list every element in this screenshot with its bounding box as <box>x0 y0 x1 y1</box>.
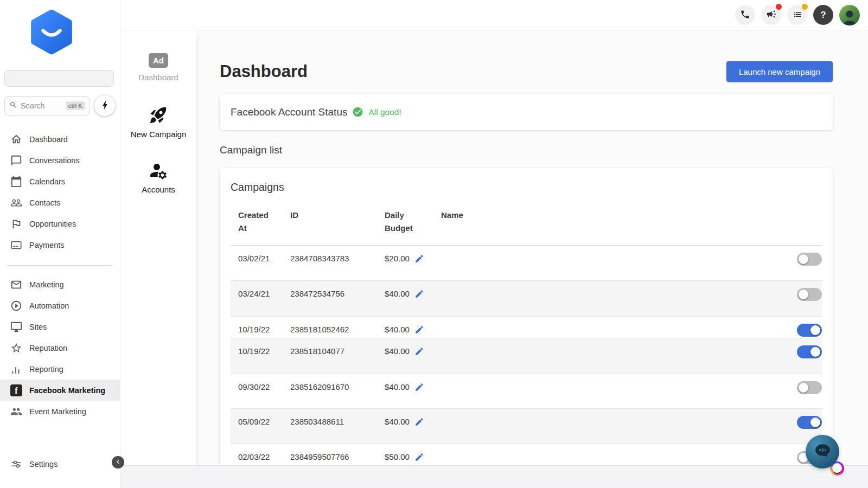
table-row: 10/19/22238518104077$40.00 <box>231 338 822 374</box>
campaign-list-heading: Campaign list <box>220 144 833 156</box>
sidebar-item-contacts[interactable]: Contacts <box>0 192 120 213</box>
column-header-created-at: Created At <box>231 209 272 235</box>
chat-icon <box>10 155 22 166</box>
play-circle-icon <box>10 300 22 312</box>
budget-value: $50.00 <box>385 451 410 463</box>
campaign-id: 2384959507766 <box>283 451 377 463</box>
campaigns-card: Campaigns Created AtIDDaily BudgetName 0… <box>220 168 833 470</box>
search-box[interactable]: ctrl K <box>4 96 90 115</box>
megaphone-icon <box>766 9 777 21</box>
flag-icon <box>10 218 22 230</box>
edit-pencil-icon[interactable] <box>414 325 424 335</box>
campaign-toggle[interactable] <box>797 381 822 394</box>
campaign-daily-budget: $40.00 <box>377 416 433 428</box>
sidebar-item-conversations[interactable]: Conversations <box>0 150 120 171</box>
page-title: Dashboard <box>220 62 308 81</box>
bottom-bar <box>120 465 868 488</box>
campaign-id: 238472534756 <box>283 288 377 300</box>
list-icon <box>792 9 803 21</box>
notification-dot-red <box>776 4 782 10</box>
facebook-account-status-card: Facebook Account Status All good! <box>220 94 833 130</box>
campaign-created-at: 10/19/22 <box>231 345 283 357</box>
subnav-item-label: New Campaign <box>131 130 187 139</box>
chat-widget-button[interactable] <box>806 435 839 468</box>
campaign-daily-budget: $50.00 <box>377 451 433 463</box>
table-row: 09/30/222385162091670$40.00 <box>231 374 822 409</box>
edit-pencil-icon[interactable] <box>414 452 424 462</box>
phone-button[interactable] <box>735 5 755 25</box>
envelope-icon <box>10 279 22 291</box>
sidebar-item-dashboard[interactable]: Dashboard <box>0 129 120 150</box>
table-row: 03/02/212384708343783$20.00 <box>231 246 822 281</box>
status-card-title: Facebook Account Status <box>231 106 347 118</box>
toggle-knob <box>810 347 820 357</box>
sidebar: ctrl K DashboardConversationsCalendarsCo… <box>0 0 120 488</box>
sidebar-item-reporting[interactable]: Reporting <box>0 358 120 380</box>
people-group-icon <box>10 406 22 418</box>
sidebar-item-sites[interactable]: Sites <box>0 316 120 337</box>
sidebar-collapse-button[interactable] <box>112 456 124 468</box>
sidebar-item-automation[interactable]: Automation <box>0 295 120 316</box>
campaign-created-at: 05/09/22 <box>231 416 283 428</box>
campaign-toggle[interactable] <box>797 416 822 429</box>
column-header-daily-budget: Daily Budget <box>377 209 418 235</box>
edit-pencil-icon[interactable] <box>414 254 424 264</box>
subnav-item-accounts[interactable]: Accounts <box>120 160 196 194</box>
quick-actions-button[interactable] <box>94 95 115 116</box>
launch-new-campaign-button[interactable]: Launch new campaign <box>726 61 833 82</box>
campaign-daily-budget: $40.00 <box>377 381 433 393</box>
sidebar-item-facebook-marketing[interactable]: fFacebook Marketing <box>0 380 120 401</box>
subnav-item-label: Accounts <box>142 185 175 194</box>
sliders-icon <box>10 458 22 470</box>
sidebar-item-settings[interactable]: Settings <box>0 453 120 474</box>
table-row: 03/24/21238472534756$40.00 <box>231 281 822 317</box>
sidebar-item-label: Payments <box>29 241 64 249</box>
sidebar-item-event-marketing[interactable]: Event Marketing <box>0 401 120 422</box>
sidebar-item-payments[interactable]: Payments <box>0 234 120 255</box>
campaign-id: 238518104077 <box>283 345 377 357</box>
sidebar-nav-primary: DashboardConversationsCalendarsContactsO… <box>0 129 120 422</box>
subnav-rail: AdDashboardNew CampaignAccounts <box>120 30 196 488</box>
announcements-button[interactable] <box>761 5 781 25</box>
campaign-toggle[interactable] <box>797 345 822 358</box>
toggle-knob <box>799 254 808 264</box>
campaign-toggle[interactable] <box>797 253 822 266</box>
table-row: 10/19/222385181052462$40.00 <box>231 317 822 338</box>
subnav-item-dashboard[interactable]: AdDashboard <box>120 53 196 82</box>
sidebar-item-label: Reporting <box>29 365 63 374</box>
notification-dot-yellow <box>802 4 808 10</box>
sidebar-item-calendars[interactable]: Calendars <box>0 171 120 192</box>
subnav-item-new-campaign[interactable]: New Campaign <box>120 105 196 139</box>
ad-badge-icon: Ad <box>149 53 168 68</box>
sidebar-divider <box>8 265 112 266</box>
sidebar-item-marketing[interactable]: Marketing <box>0 274 120 295</box>
tasks-button[interactable] <box>787 5 807 25</box>
edit-pencil-icon[interactable] <box>414 417 424 427</box>
toggle-knob <box>810 325 820 335</box>
sidebar-item-opportunities[interactable]: Opportunities <box>0 213 120 234</box>
campaigns-card-title: Campaigns <box>220 168 833 203</box>
search-shortcut-badge: ctrl K <box>66 101 85 110</box>
subnav-item-label: Dashboard <box>138 73 178 82</box>
sidebar-item-label: Settings <box>29 460 58 468</box>
campaign-toggle[interactable] <box>797 288 822 301</box>
campaigns-table-header: Created AtIDDaily BudgetName <box>231 203 822 246</box>
monitor-icon <box>10 321 22 333</box>
sidebar-item-label: Event Marketing <box>29 407 86 416</box>
workspace-selector[interactable] <box>4 70 114 87</box>
edit-pencil-icon[interactable] <box>414 289 424 299</box>
sidebar-item-reputation[interactable]: Reputation <box>0 337 120 358</box>
campaign-created-at: 03/24/21 <box>231 288 283 300</box>
edit-pencil-icon[interactable] <box>414 346 424 356</box>
search-icon <box>9 101 17 111</box>
chevron-left-icon <box>114 458 122 467</box>
campaign-toggle[interactable] <box>797 324 822 337</box>
edit-pencil-icon[interactable] <box>414 382 424 392</box>
campaign-daily-budget: $20.00 <box>377 253 433 265</box>
user-avatar[interactable] <box>839 5 860 25</box>
search-input[interactable] <box>21 101 62 110</box>
sidebar-item-label: Calendars <box>29 177 65 186</box>
help-button[interactable]: ? <box>813 5 833 25</box>
question-mark-icon: ? <box>820 10 826 21</box>
campaign-daily-budget: $40.00 <box>377 345 433 357</box>
